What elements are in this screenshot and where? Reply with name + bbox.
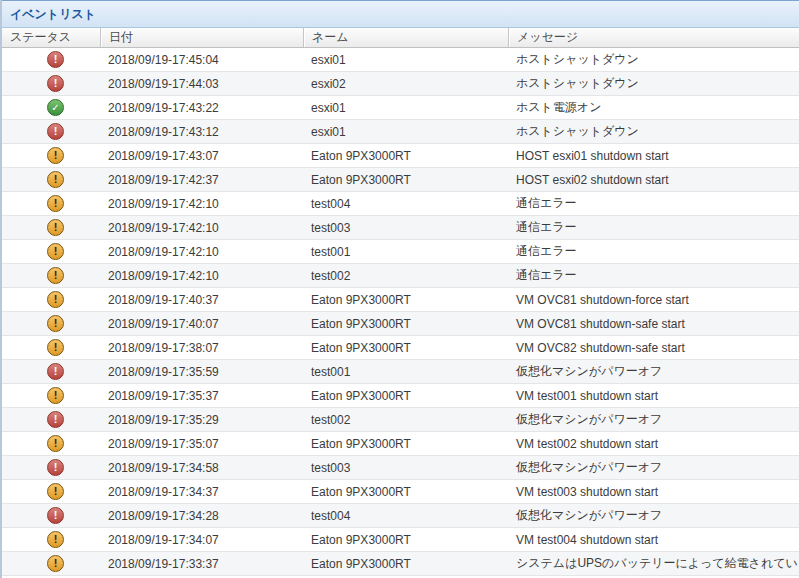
date-cell: 2018/09/19-17:43:22: [100, 101, 303, 115]
table-row[interactable]: ! 2018/09/19-17:34:28 test004 仮想化マシンがパワー…: [2, 504, 799, 528]
table-row[interactable]: ! 2018/09/19-17:34:37 Eaton 9PX3000RT VM…: [2, 480, 799, 504]
message-cell: HOST esxi02 shutdown start: [508, 173, 799, 187]
message-cell: VM test001 shutdown start: [508, 389, 799, 403]
message-cell: ホストシャットダウン: [508, 75, 799, 92]
warning-status-icon: !: [47, 387, 64, 404]
warning-status-icon: !: [47, 195, 64, 212]
name-cell: esxi02: [303, 77, 508, 91]
warning-status-icon: !: [47, 219, 64, 236]
table-row[interactable]: ! 2018/09/19-17:38:07 Eaton 9PX3000RT VM…: [2, 336, 799, 360]
date-cell: 2018/09/19-17:42:10: [100, 269, 303, 283]
date-cell: 2018/09/19-17:40:37: [100, 293, 303, 307]
date-cell: 2018/09/19-17:42:10: [100, 221, 303, 235]
status-cell: !: [2, 531, 100, 548]
error-status-icon: !: [47, 51, 64, 68]
column-header-status[interactable]: ステータス: [2, 28, 100, 47]
name-cell: Eaton 9PX3000RT: [303, 341, 508, 355]
status-cell: !: [2, 75, 100, 92]
name-cell: test002: [303, 413, 508, 427]
table-row[interactable]: ! 2018/09/19-17:35:07 Eaton 9PX3000RT VM…: [2, 432, 799, 456]
error-status-icon: !: [47, 507, 64, 524]
column-header-message[interactable]: メッセージ: [508, 28, 799, 47]
column-header-name[interactable]: ネーム: [303, 28, 508, 47]
message-cell: 通信エラー: [508, 219, 799, 236]
date-cell: 2018/09/19-17:42:10: [100, 197, 303, 211]
column-header-date[interactable]: 日付: [100, 28, 303, 47]
table-row[interactable]: ! 2018/09/19-17:42:10 test002 通信エラー: [2, 264, 799, 288]
status-cell: !: [2, 555, 100, 572]
table-row[interactable]: ! 2018/09/19-17:44:03 esxi02 ホストシャットダウン: [2, 72, 799, 96]
name-cell: Eaton 9PX3000RT: [303, 389, 508, 403]
status-cell: !: [2, 123, 100, 140]
table-row[interactable]: ! 2018/09/19-17:35:37 Eaton 9PX3000RT VM…: [2, 384, 799, 408]
message-cell: 仮想化マシンがパワーオフ: [508, 363, 799, 380]
error-status-icon: !: [47, 75, 64, 92]
warning-status-icon: !: [47, 339, 64, 356]
status-cell: !: [2, 459, 100, 476]
status-cell: !: [2, 171, 100, 188]
status-cell: !: [2, 483, 100, 500]
date-cell: 2018/09/19-17:45:04: [100, 53, 303, 67]
warning-status-icon: !: [47, 267, 64, 284]
message-cell: システムはUPSのバッテリーによって給電されています。: [508, 555, 799, 572]
status-cell: ✓: [2, 99, 100, 116]
name-cell: Eaton 9PX3000RT: [303, 485, 508, 499]
status-cell: !: [2, 435, 100, 452]
table-row[interactable]: ! 2018/09/19-17:40:07 Eaton 9PX3000RT VM…: [2, 312, 799, 336]
date-cell: 2018/09/19-17:33:37: [100, 557, 303, 571]
table-row[interactable]: ! 2018/09/19-17:40:37 Eaton 9PX3000RT VM…: [2, 288, 799, 312]
date-cell: 2018/09/19-17:42:10: [100, 245, 303, 259]
date-cell: 2018/09/19-17:35:37: [100, 389, 303, 403]
name-cell: Eaton 9PX3000RT: [303, 317, 508, 331]
message-cell: 通信エラー: [508, 243, 799, 260]
name-cell: test001: [303, 365, 508, 379]
table-row[interactable]: ! 2018/09/19-17:35:29 test002 仮想化マシンがパワー…: [2, 408, 799, 432]
table-row[interactable]: ✓ 2018/09/19-17:43:22 esxi01 ホスト電源オン: [2, 96, 799, 120]
name-cell: test001: [303, 245, 508, 259]
table-row[interactable]: ! 2018/09/19-17:34:07 Eaton 9PX3000RT VM…: [2, 528, 799, 552]
table-row[interactable]: ! 2018/09/19-17:43:12 esxi01 ホストシャットダウン: [2, 120, 799, 144]
status-cell: !: [2, 507, 100, 524]
message-cell: VM OVC81 shutdown-force start: [508, 293, 799, 307]
table-row[interactable]: ! 2018/09/19-17:34:58 test003 仮想化マシンがパワー…: [2, 456, 799, 480]
name-cell: test003: [303, 221, 508, 235]
status-cell: !: [2, 315, 100, 332]
table-row[interactable]: ! 2018/09/19-17:33:37 Eaton 9PX3000RT シス…: [2, 552, 799, 576]
status-cell: !: [2, 219, 100, 236]
table-row[interactable]: ! 2018/09/19-17:35:59 test001 仮想化マシンがパワー…: [2, 360, 799, 384]
warning-status-icon: !: [47, 435, 64, 452]
name-cell: Eaton 9PX3000RT: [303, 149, 508, 163]
table-row[interactable]: ! 2018/09/19-17:42:10 test003 通信エラー: [2, 216, 799, 240]
name-cell: esxi01: [303, 53, 508, 67]
name-cell: Eaton 9PX3000RT: [303, 557, 508, 571]
warning-status-icon: !: [47, 171, 64, 188]
message-cell: VM OVC81 shutdown-safe start: [508, 317, 799, 331]
table-row[interactable]: ! 2018/09/19-17:42:10 test004 通信エラー: [2, 192, 799, 216]
status-cell: !: [2, 267, 100, 284]
name-cell: test003: [303, 461, 508, 475]
table-row[interactable]: ! 2018/09/19-17:45:04 esxi01 ホストシャットダウン: [2, 48, 799, 72]
name-cell: test004: [303, 509, 508, 523]
status-cell: !: [2, 291, 100, 308]
status-cell: !: [2, 363, 100, 380]
date-cell: 2018/09/19-17:43:07: [100, 149, 303, 163]
name-cell: test002: [303, 269, 508, 283]
status-cell: !: [2, 51, 100, 68]
date-cell: 2018/09/19-17:44:03: [100, 77, 303, 91]
message-cell: VM OVC82 shutdown-safe start: [508, 341, 799, 355]
name-cell: Eaton 9PX3000RT: [303, 533, 508, 547]
status-cell: !: [2, 411, 100, 428]
table-header-row: ステータス 日付 ネーム メッセージ: [2, 28, 799, 48]
message-cell: VM test004 shutdown start: [508, 533, 799, 547]
status-cell: !: [2, 339, 100, 356]
message-cell: VM test003 shutdown start: [508, 485, 799, 499]
table-row[interactable]: ! 2018/09/19-17:42:10 test001 通信エラー: [2, 240, 799, 264]
error-status-icon: !: [47, 363, 64, 380]
table-row[interactable]: ! 2018/09/19-17:42:37 Eaton 9PX3000RT HO…: [2, 168, 799, 192]
table-row[interactable]: ! 2018/09/19-17:43:07 Eaton 9PX3000RT HO…: [2, 144, 799, 168]
name-cell: Eaton 9PX3000RT: [303, 173, 508, 187]
panel-title: イベントリスト: [2, 0, 799, 28]
status-cell: !: [2, 243, 100, 260]
error-status-icon: !: [47, 123, 64, 140]
status-cell: !: [2, 387, 100, 404]
